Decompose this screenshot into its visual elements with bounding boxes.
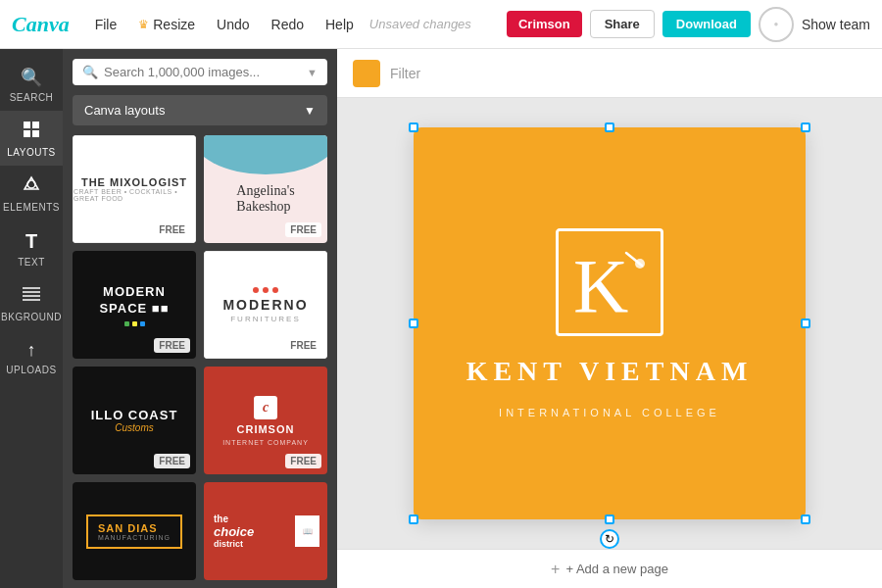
svg-text:K: K — [573, 243, 628, 326]
dropdown-arrow-icon: ▼ — [304, 104, 316, 118]
main-area: 🔍 SEARCH LAYOUTS ELEMENTS — [0, 49, 882, 588]
svg-point-12 — [635, 259, 645, 269]
template-crimson[interactable]: c CRIMSON INTERNET COMPANY FREE — [204, 367, 327, 474]
elements-icon — [23, 175, 40, 198]
nav-help[interactable]: Help — [316, 11, 364, 38]
background-icon — [23, 285, 40, 308]
svg-rect-2 — [24, 130, 30, 137]
top-navigation: Canva File ♛ Resize Undo Redo Help Unsav… — [0, 0, 882, 49]
sidebar-bkground-label: BKGROUND — [1, 312, 62, 322]
layout-dropdown-label: Canva layouts — [84, 103, 165, 118]
template-mixologist[interactable]: THE MIXOLOGIST CRAFT BEER • COCKTAILS • … — [73, 135, 196, 243]
toggle-indicator: ● — [774, 20, 779, 28]
handle-top-right[interactable] — [801, 122, 810, 132]
dot-yellow — [132, 321, 137, 326]
color-swatch[interactable] — [353, 60, 380, 87]
logo-svg: K — [565, 238, 654, 326]
unsaved-status: Unsaved changes — [369, 17, 471, 31]
canva-logo: Canva — [12, 12, 70, 37]
show-team-area: ● Show team — [759, 7, 870, 42]
handle-bottom-left[interactable] — [409, 514, 418, 524]
canvas-area: Filter ↻ K — [337, 49, 882, 588]
sidebar-item-search[interactable]: 🔍 SEARCH — [0, 57, 63, 111]
dot-blue — [140, 321, 145, 326]
handle-bottom-right[interactable] — [801, 514, 810, 524]
add-page-bar[interactable]: + + Add a new page — [337, 549, 882, 588]
handle-top-left[interactable] — [409, 122, 418, 132]
design-card[interactable]: ↻ K KENT VIETNAM INTERNATIONAL COLLEGE — [414, 127, 806, 519]
handle-mid-left[interactable] — [409, 318, 418, 328]
free-badge: FREE — [154, 338, 190, 353]
handle-mid-right[interactable] — [801, 318, 810, 328]
handle-bottom-mid[interactable] — [605, 514, 614, 524]
template-san-dias[interactable]: SAN DIAS MANUFACTURING — [73, 482, 196, 580]
show-team-label: Show team — [802, 17, 870, 32]
text-icon: T — [25, 230, 37, 253]
search-input[interactable] — [104, 65, 301, 79]
free-badge: FREE — [285, 222, 321, 237]
template-grid: THE MIXOLOGIST CRAFT BEER • COCKTAILS • … — [73, 135, 327, 580]
template-moderno[interactable]: MODERNO FURNITURES FREE — [204, 251, 327, 359]
show-team-toggle[interactable]: ● — [759, 7, 794, 42]
sidebar-icons: 🔍 SEARCH LAYOUTS ELEMENTS — [0, 49, 63, 588]
nav-file[interactable]: File — [85, 11, 127, 38]
free-badge: FREE — [285, 454, 321, 468]
template-modern-space[interactable]: MODERN SPACE ■■ FREE — [73, 251, 196, 359]
add-page-label: + Add a new page — [565, 562, 667, 576]
logo-box: K — [556, 228, 663, 336]
book-decoration: 📖 — [295, 515, 319, 547]
nav-resize[interactable]: ♛ Resize — [128, 11, 205, 38]
canvas-toolbar: Filter — [337, 49, 882, 98]
nav-right: Crimson Share Download ● Show team — [507, 7, 870, 42]
nav-menu: File ♛ Resize Undo Redo Help Unsaved cha… — [85, 11, 507, 38]
svg-rect-3 — [32, 130, 39, 137]
left-panel: 🔍 ▼ Canva layouts ▼ THE MIXOLOGIST CRAFT… — [63, 49, 337, 588]
search-bar[interactable]: 🔍 ▼ — [73, 59, 327, 85]
canvas-content[interactable]: ↻ K KENT VIETNAM INTERNATIONAL COLLEGE — [337, 98, 882, 549]
nav-undo[interactable]: Undo — [207, 11, 259, 38]
template-angelina[interactable]: Angelina'sBakeshop FREE — [204, 135, 327, 243]
sidebar-item-uploads[interactable]: ↑ UPLOADS — [0, 330, 63, 383]
free-badge: FREE — [285, 338, 321, 353]
design-subtitle: INTERNATIONAL COLLEGE — [499, 407, 720, 418]
search-bar-icon: 🔍 — [82, 65, 98, 79]
svg-rect-0 — [24, 122, 30, 128]
sidebar-item-layouts[interactable]: LAYOUTS — [0, 111, 63, 166]
design-name-badge: Crimson — [507, 11, 582, 37]
share-button[interactable]: Share — [590, 10, 655, 38]
rotate-handle[interactable]: ↻ — [600, 529, 619, 549]
layouts-icon — [23, 121, 40, 143]
svg-rect-1 — [32, 122, 39, 128]
uploads-icon: ↑ — [27, 340, 36, 361]
template-choice-district[interactable]: the choice district 📖 — [204, 482, 327, 580]
design-card-inner: K KENT VIETNAM INTERNATIONAL COLLEGE — [466, 228, 754, 418]
svg-point-5 — [27, 180, 35, 188]
sidebar-item-text[interactable]: T TEXT — [0, 220, 63, 275]
free-badge: FREE — [154, 454, 190, 468]
design-title: KENT VIETNAM — [466, 356, 754, 387]
sidebar-search-label: SEARCH — [10, 92, 54, 103]
layout-dropdown[interactable]: Canva layouts ▼ — [73, 95, 327, 125]
dot-green — [124, 321, 129, 326]
sidebar-layouts-label: LAYOUTS — [7, 147, 55, 158]
sidebar-text-label: TEXT — [18, 257, 45, 268]
search-dropdown-icon: ▼ — [307, 67, 318, 78]
handle-top-mid[interactable] — [605, 122, 614, 132]
search-icon: 🔍 — [21, 67, 42, 88]
svg-marker-4 — [24, 177, 38, 189]
free-badge: FREE — [154, 222, 190, 237]
sidebar-item-background[interactable]: BKGROUND — [0, 275, 63, 330]
download-button[interactable]: Download — [662, 11, 751, 37]
sidebar-elements-label: ELEMENTS — [3, 202, 60, 213]
sidebar-item-elements[interactable]: ELEMENTS — [0, 166, 63, 220]
sidebar-uploads-label: UPLOADS — [6, 365, 56, 375]
crown-icon: ♛ — [138, 18, 149, 31]
nav-redo[interactable]: Redo — [262, 11, 314, 38]
filter-label[interactable]: Filter — [390, 66, 420, 81]
template-illo-coast[interactable]: ILLO COAST Customs FREE — [73, 367, 196, 474]
plus-icon: + — [551, 561, 560, 578]
